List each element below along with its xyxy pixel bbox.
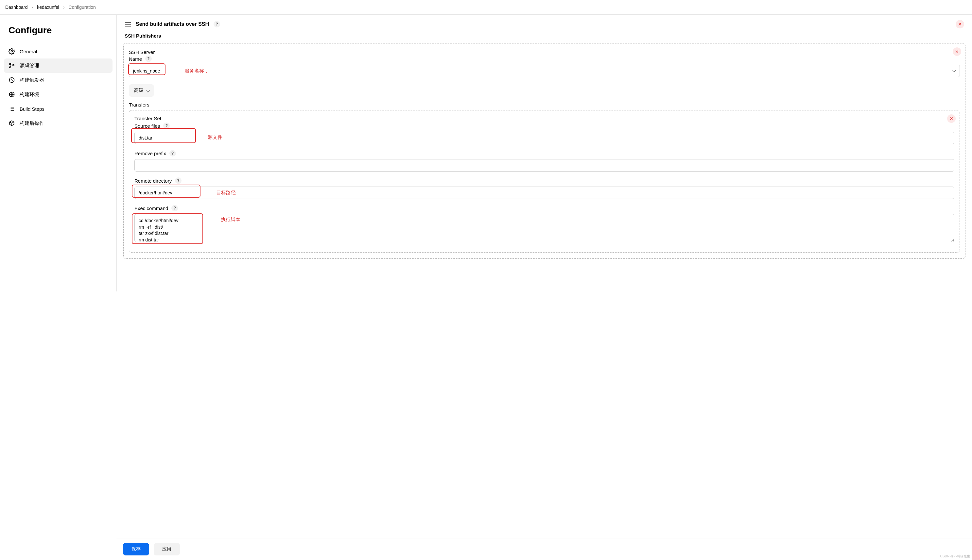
ssh-server-box: ✕ SSH Server Name ? jenkins_node 服务名称， 高…	[123, 43, 965, 259]
advanced-button[interactable]: 高级	[129, 84, 154, 97]
globe-icon	[8, 91, 15, 98]
sidebar-item-label: 构建触发器	[20, 77, 44, 83]
ssh-publishers-label: SSH Publishers	[123, 32, 965, 40]
sidebar-item-label: Build Steps	[20, 106, 45, 112]
breadcrumb: Dashboard › kedaxunfei › Configuration	[0, 0, 972, 15]
transfers-label: Transfers	[129, 102, 960, 107]
remove-transfer-button[interactable]: ✕	[947, 114, 956, 123]
chevron-right-icon: ›	[32, 5, 33, 10]
svg-point-2	[10, 67, 11, 68]
help-icon[interactable]: ?	[171, 205, 178, 212]
clock-icon	[8, 77, 15, 83]
ssh-server-label: SSH Server	[129, 49, 960, 55]
section-title: Send build artifacts over SSH	[136, 21, 209, 27]
package-icon	[8, 120, 15, 127]
svg-point-1	[10, 63, 11, 65]
close-button[interactable]: ✕	[956, 20, 964, 28]
help-icon[interactable]: ?	[175, 177, 182, 184]
svg-point-0	[11, 51, 13, 52]
breadcrumb-dashboard[interactable]: Dashboard	[5, 5, 28, 10]
list-icon	[8, 105, 15, 112]
remove-server-button[interactable]: ✕	[953, 47, 961, 56]
remove-prefix-label: Remove prefix	[134, 151, 166, 156]
page-title: Configure	[4, 22, 112, 44]
branch-icon	[8, 62, 15, 69]
server-name-select[interactable]: jenkins_node	[129, 65, 960, 77]
breadcrumb-project[interactable]: kedaxunfei	[37, 5, 59, 10]
name-label: Name	[129, 56, 142, 62]
sidebar-item-build-steps[interactable]: Build Steps	[4, 102, 112, 116]
menu-icon[interactable]	[125, 22, 131, 27]
sidebar: Configure General 源码管理 构建触发器 构建环境	[0, 15, 116, 292]
gear-icon	[8, 48, 15, 55]
breadcrumb-current: Configuration	[69, 5, 96, 10]
source-files-label: Source files	[134, 123, 160, 129]
help-icon[interactable]: ?	[163, 123, 170, 129]
section-header: Send build artifacts over SSH ? ✕	[123, 15, 965, 32]
sidebar-item-post-build[interactable]: 构建后操作	[4, 116, 112, 130]
remote-directory-input[interactable]	[134, 187, 954, 199]
sidebar-item-env[interactable]: 构建环境	[4, 87, 112, 102]
sidebar-item-triggers[interactable]: 构建触发器	[4, 73, 112, 87]
sidebar-item-general[interactable]: General	[4, 44, 112, 58]
chevron-right-icon: ›	[63, 5, 65, 10]
sidebar-item-label: 源码管理	[20, 63, 39, 69]
sidebar-item-label: 构建环境	[20, 92, 39, 98]
source-files-input[interactable]	[134, 132, 954, 144]
exec-command-input[interactable]	[134, 214, 954, 242]
transfer-set-label: Transfer Set	[134, 116, 954, 121]
remote-directory-label: Remote directory	[134, 178, 172, 183]
main-content: Send build artifacts over SSH ? ✕ SSH Pu…	[116, 15, 972, 292]
help-icon[interactable]: ?	[145, 55, 152, 62]
remove-prefix-input[interactable]	[134, 159, 954, 172]
sidebar-item-label: General	[20, 49, 37, 54]
help-icon[interactable]: ?	[214, 21, 220, 27]
help-icon[interactable]: ?	[169, 150, 176, 157]
sidebar-item-label: 构建后操作	[20, 120, 44, 127]
sidebar-item-scm[interactable]: 源码管理	[4, 58, 112, 73]
transfer-set-box: ✕ Transfer Set Source files ? 源文件 Remove…	[129, 110, 960, 253]
exec-command-label: Exec command	[134, 205, 168, 211]
